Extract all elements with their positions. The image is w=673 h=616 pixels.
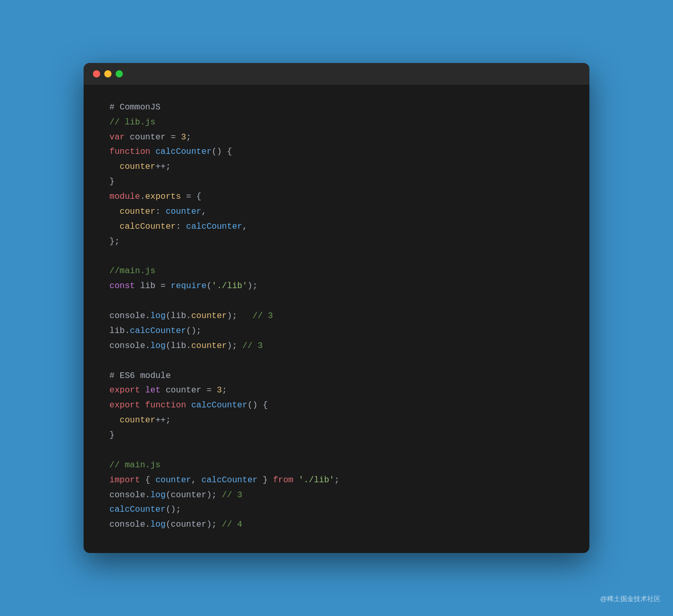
code-line: console.log(lib.counter); // 3 xyxy=(109,309,564,324)
code-line: console.log(lib.counter); // 3 xyxy=(109,339,564,354)
code-line: export let counter = 3; xyxy=(109,383,564,398)
maximize-button[interactable] xyxy=(116,70,123,77)
watermark: @稀土掘金技术社区 xyxy=(600,594,661,604)
code-line: # ES6 module xyxy=(109,369,564,384)
code-line: calcCounter(); xyxy=(109,502,564,517)
code-line: //main.js xyxy=(109,264,564,279)
code-line: # CommonJS xyxy=(109,100,564,115)
code-line: lib.calcCounter(); xyxy=(109,324,564,339)
code-line: var counter = 3; xyxy=(109,130,564,145)
code-line: export function calcCounter() { xyxy=(109,398,564,413)
code-line: counter++; xyxy=(109,413,564,428)
code-line: function calcCounter() { xyxy=(109,145,564,160)
close-button[interactable] xyxy=(93,70,100,77)
code-window: # CommonJS // lib.js var counter = 3; fu… xyxy=(84,63,589,553)
code-line: } xyxy=(109,175,564,189)
code-line: module.exports = { xyxy=(109,189,564,204)
minimize-button[interactable] xyxy=(104,70,111,77)
code-line: } xyxy=(109,428,564,443)
code-line: calcCounter: calcCounter, xyxy=(109,219,564,234)
code-line: const lib = require('./lib'); xyxy=(109,279,564,294)
code-line: console.log(counter); // 3 xyxy=(109,488,564,503)
code-line: // main.js xyxy=(109,458,564,473)
code-editor: # CommonJS // lib.js var counter = 3; fu… xyxy=(84,85,589,553)
code-line: }; xyxy=(109,234,564,249)
code-line: import { counter, calcCounter } from './… xyxy=(109,473,564,488)
code-line: counter++; xyxy=(109,160,564,175)
code-line: console.log(counter); // 4 xyxy=(109,517,564,532)
code-line: counter: counter, xyxy=(109,204,564,219)
titlebar xyxy=(84,63,589,85)
code-line: // lib.js xyxy=(109,115,564,130)
